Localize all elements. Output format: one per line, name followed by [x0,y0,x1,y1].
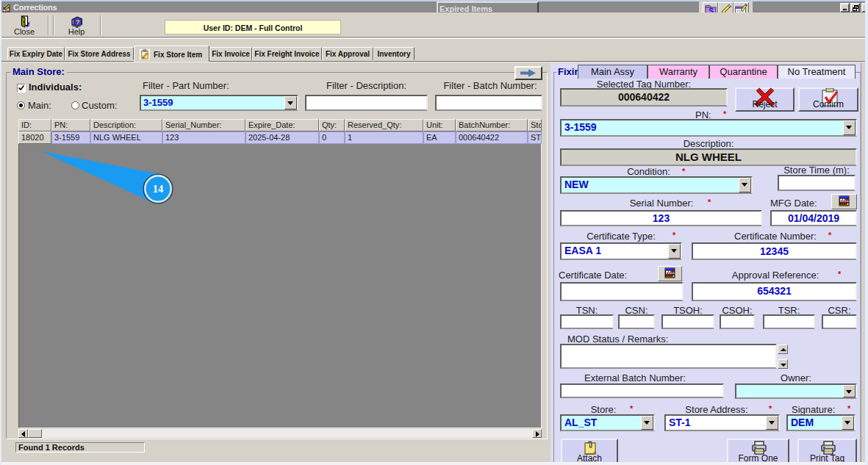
svg-text:?: ? [76,18,80,26]
svg-text:14: 14 [153,183,164,195]
